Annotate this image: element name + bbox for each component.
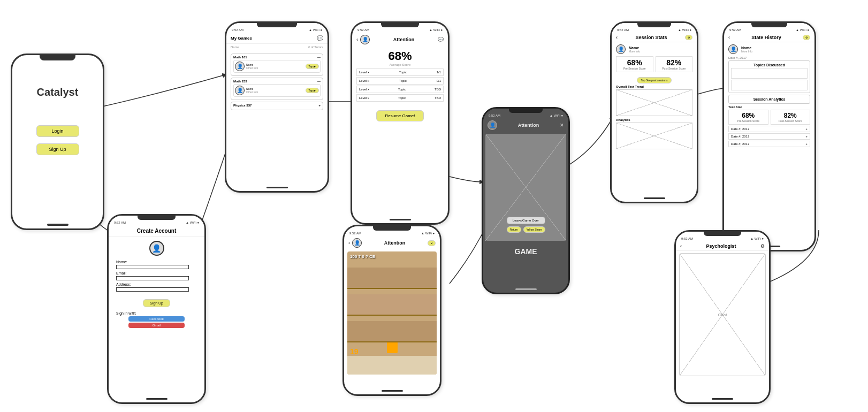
course-name: Math 101 <box>233 56 247 59</box>
date-plus-3[interactable]: + <box>805 142 808 146</box>
sh-settings[interactable]: ⚙ <box>803 35 810 40</box>
course-plus[interactable]: + <box>318 104 321 107</box>
state-history-title: State History <box>751 35 781 40</box>
signup-submit-button[interactable]: Sign Up <box>143 299 170 307</box>
student-row-2: 👤 Name Other Info Tap ▶ <box>233 84 321 97</box>
ss-status-time: 9:52 AM <box>617 28 629 32</box>
sh-avatar: 👤 <box>728 44 738 54</box>
post-score-box: 82% Post-Session Score <box>656 56 693 72</box>
sh-post-score-box: 82% Post-Session Score <box>771 110 811 125</box>
ss-status-icons: ▲ WiFi ● <box>678 28 691 32</box>
game-avatar: 👤 <box>352 238 362 248</box>
signup-button[interactable]: Sign Up <box>36 143 79 155</box>
session-stats-title: Session Stats <box>635 35 667 40</box>
address-input[interactable] <box>116 287 189 292</box>
student-avatar: 👤 <box>235 62 245 71</box>
game-over-overlay: Leave/Game Over <box>506 217 545 224</box>
student-info: Other Info <box>246 66 304 70</box>
attention-title: Attention <box>393 37 415 42</box>
tap-button[interactable]: Tap ▶ <box>306 64 319 69</box>
gmail-button[interactable]: Gmail <box>128 323 185 328</box>
topic-row-4: Level xTopicTBD <box>356 94 444 102</box>
psy-status-time: 9:52 AM <box>681 237 693 240</box>
post-label: Post-Session Score <box>658 67 691 70</box>
see-past-sessions-button[interactable]: Tap See past sessions <box>637 77 671 83</box>
sh-pre-label: Pre-Session Score <box>730 119 766 123</box>
chat-icon-2[interactable]: 💬 <box>438 37 444 42</box>
psy-back[interactable]: ‹ <box>680 243 682 249</box>
sh-pre-score: 68% <box>730 112 766 119</box>
as-status-icons: ▲ WiFi ● <box>429 28 443 32</box>
close-game-btn[interactable]: ✕ <box>428 240 436 246</box>
facebook-button[interactable]: Facebook <box>128 316 185 322</box>
psy-settings[interactable]: ⚙ <box>760 243 765 249</box>
phone-create-account: 9:52 AM ▲ WiFi ● Create Account 👤 Name: … <box>107 214 206 404</box>
go-status-icons: ▲ WiFi ● <box>550 114 563 117</box>
course-math233: Math 233 — 👤 Name Other Info Tap ▶ <box>231 78 323 100</box>
course-minus[interactable]: — <box>317 56 321 59</box>
sh-post-score: 82% <box>773 112 809 119</box>
sh-back[interactable]: ‹ <box>728 35 730 40</box>
create-account-title: Create Account <box>109 226 204 236</box>
email-input[interactable] <box>116 276 189 280</box>
login-button[interactable]: Login <box>36 125 79 137</box>
topic-row-1: Level xTopic1/1 <box>356 68 444 76</box>
my-games-title: My Games <box>231 36 252 41</box>
back-icon-game[interactable]: ‹ <box>348 240 350 246</box>
back-icon[interactable]: ‹ <box>356 37 358 42</box>
date-plus-1[interactable]: + <box>805 127 808 131</box>
go-title: Attention <box>518 123 539 128</box>
name-input[interactable] <box>116 265 189 269</box>
tap-button-2[interactable]: Tap ▶ <box>306 88 319 93</box>
student-row: 👤 Name Other Info Tap ▶ <box>233 60 321 73</box>
share-button[interactable]: Yellow Share <box>523 226 545 233</box>
pre-score-box: 68% Pre-Session Score <box>616 56 653 72</box>
psy-status-icons: ▲ WiFi ● <box>750 237 764 240</box>
phone-my-games: 9:52 AM ▲ WiFi ● My Games 💬 Name # of Tu… <box>225 21 329 193</box>
ag-status-icons: ▲ WiFi ● <box>421 232 435 235</box>
address-label: Address: <box>116 283 197 286</box>
attention-game-title: Attention <box>384 240 406 246</box>
pre-score: 68% <box>618 58 651 67</box>
ss-name: Name <box>629 46 640 50</box>
game-label: GAME <box>483 243 568 260</box>
topic-row-2: Level xTopic0/1 <box>356 77 444 85</box>
phone-state-history: 9:52 AM ▲ WiFi ● ‹ State History ⚙ 👤 Nam… <box>722 21 816 251</box>
date-row-2: Date #, 2017+ <box>728 133 810 140</box>
course-math101: Math 101 — 👤 Name Other Info Tap ▶ <box>231 54 323 76</box>
go-avatar: 👤 <box>488 120 497 130</box>
ss-avatar: 👤 <box>616 44 626 54</box>
ss-settings[interactable]: ⚙ <box>685 35 692 40</box>
status-icons: ▲ WiFi ● <box>309 28 322 32</box>
date-plus-2[interactable]: + <box>805 135 808 138</box>
phone-catalyst: Catalyst Login Sign Up <box>11 54 104 230</box>
phone-psychologist: 9:52 AM ▲ WiFi ● ‹ Psychologist ⚙ Chat <box>674 230 771 404</box>
course-minus-2[interactable]: — <box>317 80 321 83</box>
pre-label: Pre-Session Score <box>618 67 651 70</box>
game-score: 100 7 0 ? CE <box>350 254 375 259</box>
ss-back[interactable]: ‹ <box>616 35 618 40</box>
sh-name: Name <box>741 46 752 50</box>
name-col-label: Name <box>231 45 239 49</box>
phone-session-stats: 9:52 AM ▲ WiFi ● ‹ Session Stats ⚙ 👤 Nam… <box>610 21 698 203</box>
analytics-label: Analytics <box>616 118 692 121</box>
name-label: Name: <box>116 260 197 264</box>
catalyst-title: Catalyst <box>12 77 103 104</box>
phone-attention-game: 9:52 AM ▲ WiFi ● ‹ 👤 Attention ✕ 100 7 0… <box>342 225 441 396</box>
phone-game-over: 9:52 AM ▲ WiFi ● 👤 Attention ✕ Leave/Gam… <box>482 107 570 294</box>
topics-discussed-label: Topics Discussed <box>731 63 808 67</box>
sh-status-icons: ▲ WiFi ● <box>796 28 809 32</box>
student-info-2: Other Info <box>246 90 304 94</box>
date-row-3: Date #, 2017+ <box>728 141 810 147</box>
course-name-3: Physics 337 <box>233 104 252 107</box>
go-close[interactable]: ✕ <box>560 123 564 128</box>
sh-status-time: 9:52 AM <box>729 28 741 32</box>
attention-score: 68% <box>352 49 448 63</box>
post-score: 82% <box>658 58 691 67</box>
chat-icon[interactable]: 💬 <box>317 35 323 41</box>
return-button[interactable]: Return <box>506 226 521 233</box>
course-physics337: Physics 337 + <box>231 102 323 110</box>
tutors-col-label: # of Tutors <box>308 45 323 49</box>
resume-game-button[interactable]: Resume Game! <box>376 110 423 121</box>
ag-status-time: 9:52 AM <box>349 232 361 235</box>
